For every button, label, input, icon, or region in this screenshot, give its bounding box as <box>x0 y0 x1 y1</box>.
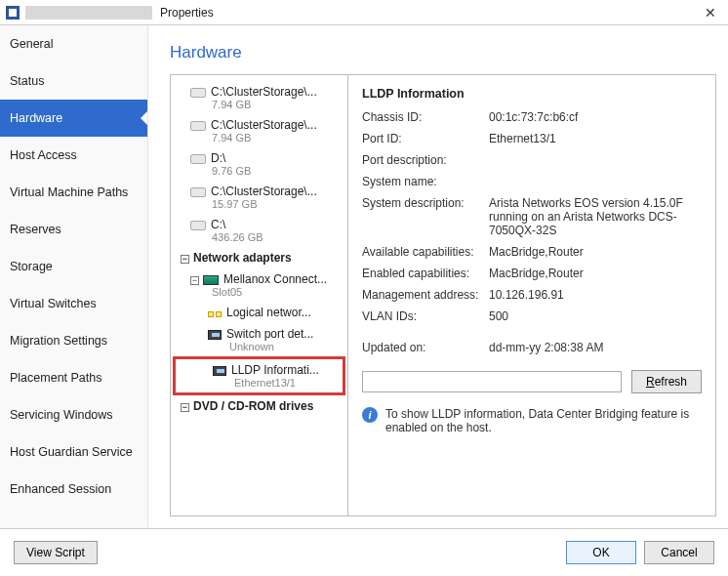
titlebar: Properties ✕ <box>0 0 728 25</box>
updated-on-value: dd-mm-yy 2:08:38 AM <box>489 341 702 354</box>
ok-button[interactable]: OK <box>566 541 636 564</box>
lldp-information-item[interactable]: LLDP Informati...Ethernet13/1 <box>173 356 345 395</box>
collapse-icon[interactable]: − <box>190 276 199 285</box>
property-row: Port ID:Ethernet13/1 <box>362 132 702 145</box>
nav-item-enhanced-session[interactable]: Enhanced Session <box>0 471 147 508</box>
property-label: System name: <box>362 175 489 188</box>
disk-item-3[interactable]: C:\ClusterStorage\...15.97 GB <box>171 181 347 214</box>
lldp-details: LLDP Information Chassis ID:00:1c:73:7c:… <box>348 75 715 515</box>
network-icon <box>208 308 222 319</box>
disk-icon <box>190 88 206 98</box>
refresh-status-field <box>362 371 622 392</box>
property-label: Enabled capabilities: <box>362 267 489 280</box>
disk-item-0[interactable]: C:\ClusterStorage\...7.94 GB <box>171 81 347 114</box>
close-icon[interactable]: ✕ <box>699 3 722 22</box>
property-value: Ethernet13/1 <box>489 132 702 145</box>
group-dvd-drives[interactable]: −DVD / CD-ROM drives <box>171 395 347 417</box>
disk-icon <box>190 121 206 131</box>
collapse-icon[interactable]: − <box>181 403 189 412</box>
disk-item-4[interactable]: C:\436.26 GB <box>171 214 347 247</box>
property-row: VLAN IDs:500 <box>362 309 702 323</box>
property-row: Available capabilities:MacBridge,Router <box>362 245 702 259</box>
property-label: System description: <box>362 196 489 237</box>
nav-item-virtual-switches[interactable]: Virtual Switches <box>0 285 147 322</box>
property-row: System description:Arista Networks EOS v… <box>362 196 702 237</box>
view-script-button[interactable]: View Script <box>14 541 98 564</box>
updated-on-label: Updated on: <box>362 341 489 354</box>
hardware-tree[interactable]: C:\ClusterStorage\...7.94 GBC:\ClusterSt… <box>171 75 348 515</box>
property-value: MacBridge,Router <box>489 267 702 280</box>
page-title: Hardware <box>170 43 716 62</box>
nav-item-general[interactable]: General <box>0 25 147 62</box>
property-value: MacBridge,Router <box>489 245 702 259</box>
nav-item-servicing-windows[interactable]: Servicing Windows <box>0 396 147 433</box>
nav-item-host-guardian-service[interactable]: Host Guardian Service <box>0 433 147 471</box>
property-label: Port ID: <box>362 132 489 145</box>
nav-item-migration-settings[interactable]: Migration Settings <box>0 322 147 359</box>
property-row: Enabled capabilities:MacBridge,Router <box>362 267 702 280</box>
hardware-panel: C:\ClusterStorage\...7.94 GBC:\ClusterSt… <box>170 74 716 516</box>
property-label: VLAN IDs: <box>362 309 489 323</box>
nav-item-status[interactable]: Status <box>0 62 147 100</box>
property-value: 00:1c:73:7c:b6:cf <box>489 110 702 124</box>
group-network-adapters[interactable]: −Network adapters <box>171 247 347 268</box>
port-icon <box>208 330 222 340</box>
property-value: 10.126.196.91 <box>489 288 702 302</box>
nav-item-host-access[interactable]: Host Access <box>0 137 147 174</box>
property-row: System name: <box>362 175 702 188</box>
logical-network-item[interactable]: Logical networ... <box>171 302 347 323</box>
property-value: 500 <box>489 309 702 323</box>
disk-icon <box>190 154 206 164</box>
property-value <box>489 175 702 188</box>
property-label: Chassis ID: <box>362 110 489 124</box>
collapse-icon[interactable]: − <box>181 255 189 264</box>
dialog-footer: View Script OK Cancel <box>0 529 728 576</box>
app-icon <box>6 6 20 20</box>
nav-item-reserves[interactable]: Reserves <box>0 211 147 248</box>
disk-icon <box>190 187 206 197</box>
nic-icon <box>203 275 219 285</box>
property-row: Chassis ID:00:1c:73:7c:b6:cf <box>362 110 702 124</box>
property-label: Port description: <box>362 153 489 167</box>
refresh-button[interactable]: Refresh <box>631 370 702 393</box>
switch-port-item[interactable]: Switch port det...Unknown <box>171 323 347 356</box>
nav-item-hardware[interactable]: Hardware <box>0 100 147 137</box>
info-text: To show LLDP information, Data Center Br… <box>385 407 702 434</box>
main-content: Hardware C:\ClusterStorage\...7.94 GBC:\… <box>148 25 728 528</box>
property-row: Management address:10.126.196.91 <box>362 288 702 302</box>
nav-item-virtual-machine-paths[interactable]: Virtual Machine Paths <box>0 174 147 211</box>
disk-item-1[interactable]: C:\ClusterStorage\...7.94 GB <box>171 114 347 147</box>
left-nav: GeneralStatusHardwareHost AccessVirtual … <box>0 25 148 528</box>
property-label: Available capabilities: <box>362 245 489 259</box>
property-label: Management address: <box>362 288 489 302</box>
property-value: Arista Networks EOS version 4.15.0F runn… <box>489 196 702 237</box>
disk-item-2[interactable]: D:\9.76 GB <box>171 147 347 181</box>
nav-item-storage[interactable]: Storage <box>0 248 147 285</box>
updated-on-row: Updated on: dd-mm-yy 2:08:38 AM <box>362 341 702 354</box>
port-icon <box>213 366 226 376</box>
info-icon: i <box>362 407 378 423</box>
details-heading: LLDP Information <box>362 87 702 101</box>
title-hostname-redacted <box>25 6 152 20</box>
nav-item-placement-paths[interactable]: Placement Paths <box>0 359 147 396</box>
window-title: Properties <box>160 6 214 20</box>
adapter-item[interactable]: −Mellanox Connect...Slot05 <box>171 268 347 302</box>
disk-icon <box>190 221 206 230</box>
property-row: Port description: <box>362 153 702 167</box>
property-value <box>489 153 702 167</box>
info-message: i To show LLDP information, Data Center … <box>362 407 702 434</box>
cancel-button[interactable]: Cancel <box>644 541 714 564</box>
